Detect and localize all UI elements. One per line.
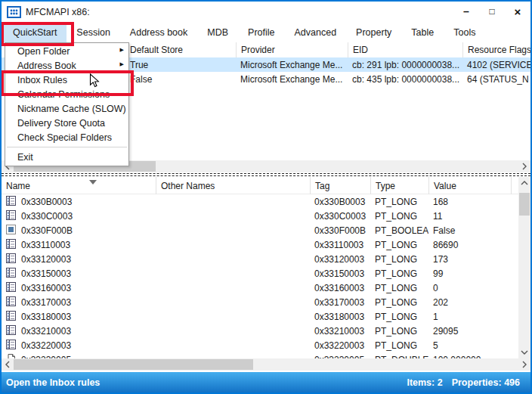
table-row[interactable]: 0x331500030x33150003PT_LONG99: [2, 266, 518, 281]
cell-tag: 0x33150003: [310, 266, 370, 281]
cell-other_names: [156, 223, 310, 237]
table-row[interactable]: 0x331600030x33160003PT_LONG0: [2, 281, 518, 295]
menu-item-address-book[interactable]: Address book: [120, 22, 197, 42]
cell-name: 0x33110003: [2, 237, 156, 252]
table-row[interactable]: 0x331200030x33120003PT_LONG173: [2, 252, 518, 266]
table-row[interactable]: 0x332200030x33220003PT_LONG5: [2, 338, 518, 352]
cell-type: PT_LONG: [370, 338, 428, 352]
column-header-provider[interactable]: Provider: [236, 42, 348, 57]
cell-type: PT_DOUBLE: [370, 352, 428, 358]
submenu-arrow-icon: ▶: [120, 47, 124, 53]
menu-item-label: Check Special Folders: [17, 132, 112, 143]
cell-tag: 0x33230005: [310, 352, 370, 358]
cell-provider: Microsoft Exchange Me...: [236, 72, 348, 86]
menu-item-tools[interactable]: Tools: [444, 22, 485, 42]
cell-value: 1: [428, 309, 512, 324]
menu-item-nickname-cache-slow[interactable]: Nickname Cache (SLOW): [5, 101, 128, 116]
properties-horizontal-scrollbar[interactable]: [2, 358, 530, 371]
column-header-type[interactable]: Type: [370, 177, 428, 194]
cell-default_store: False: [125, 72, 236, 86]
cell-eid: cb: 435 lpb: 0000000038...: [348, 72, 462, 86]
table-row[interactable]: 0x330F000B0x330F000BPT_BOOLEANFalse: [2, 223, 518, 237]
cell-value: 11: [428, 209, 512, 223]
cell-tag: 0x33160003: [310, 281, 370, 295]
close-button[interactable]: ×: [509, 4, 526, 19]
scroll-right-icon[interactable]: [518, 160, 530, 172]
menu-item-delivery-store-quota[interactable]: Delivery Store Quota: [5, 116, 128, 130]
maximize-button[interactable]: □: [484, 4, 500, 19]
cell-other_names: [156, 209, 310, 223]
cell-name: 0x33210003: [2, 324, 156, 338]
menu-item-label: Nickname Cache (SLOW): [17, 104, 126, 114]
cell-tag: 0x330F000B: [310, 223, 370, 237]
cell-name: 0x33220003: [2, 338, 156, 352]
table-row[interactable]: 0x332100030x33210003PT_LONG29095: [2, 324, 518, 338]
column-header-resource-flags[interactable]: Resource Flags: [462, 42, 530, 57]
cell-other_names: [156, 252, 310, 266]
cell-tag: 0x33110003: [310, 237, 370, 252]
submenu-arrow-icon: ▶: [120, 61, 124, 67]
cell-tag: 0x33120003: [310, 252, 370, 266]
cell-type: PT_LONG: [370, 295, 428, 309]
table-row[interactable]: 0x330B00030x330B0003PT_LONG168: [2, 194, 518, 209]
annotation-box-quickstart: [1, 22, 74, 46]
column-header-other-names[interactable]: Other Names: [156, 177, 310, 194]
table-row[interactable]: 0x331800030x33180003PT_LONG1: [2, 309, 518, 324]
annotation-box-inbox-rules: [1, 70, 134, 96]
menu-item-exit[interactable]: Exit: [5, 150, 128, 164]
cell-other_names: [156, 309, 310, 324]
cell-other_names: [156, 352, 310, 358]
cell-default_store: True: [125, 57, 236, 72]
properties-vertical-scrollbar[interactable]: [518, 177, 530, 358]
cell-name: 0x33160003: [2, 281, 156, 295]
scrollbar-thumb[interactable]: [519, 193, 530, 216]
cell-value: 99: [428, 266, 512, 281]
cell-value: 202: [428, 295, 512, 309]
menu-separator: [7, 147, 127, 147]
table-row[interactable]: 0x330C00030x330C0003PT_LONG11: [2, 209, 518, 223]
menu-item-mdb[interactable]: MDB: [197, 22, 238, 42]
pane-splitter[interactable]: [2, 173, 530, 176]
cell-value: 86690: [428, 237, 512, 252]
table-row[interactable]: 0x331700030x33170003PT_LONG202: [2, 295, 518, 309]
column-header-eid[interactable]: EID: [348, 42, 462, 57]
cell-name: 0x33230005: [2, 352, 156, 358]
menu-item-table[interactable]: Table: [401, 22, 444, 42]
status-message: Open the Inbox rules: [6, 377, 100, 388]
cell-tag: 0x330C0003: [310, 209, 370, 223]
cell-type: PT_LONG: [370, 237, 428, 252]
cell-type: PT_LONG: [370, 252, 428, 266]
column-header-tag[interactable]: Tag: [310, 177, 370, 194]
cell-name: 0x330B0003: [2, 194, 156, 209]
menu-item-label: Exit: [17, 152, 33, 163]
menu-item-session[interactable]: Session: [66, 22, 119, 42]
cell-value: 168: [428, 194, 512, 209]
menu-item-advanced[interactable]: Advanced: [285, 22, 347, 42]
cell-eid: cb: 291 lpb: 0000000038...: [348, 57, 462, 72]
cell-type: PT_LONG: [370, 209, 428, 223]
scroll-left-icon[interactable]: [2, 358, 14, 371]
table-row[interactable]: 0x331100030x33110003PT_LONG86690: [2, 237, 518, 252]
menu-item-profile[interactable]: Profile: [238, 22, 284, 42]
column-header-default-store[interactable]: Default Store: [125, 42, 236, 57]
menu-item-label: Address Book: [17, 60, 76, 71]
cell-other_names: [156, 266, 310, 281]
column-header-name[interactable]: Name: [2, 177, 156, 194]
scrollbar-thumb[interactable]: [14, 359, 253, 370]
minimize-button[interactable]: –: [458, 4, 475, 19]
cell-name: 0x330C0003: [2, 209, 156, 223]
cell-name: 0x33170003: [2, 295, 156, 309]
cell-type: PT_BOOLEAN: [370, 223, 428, 237]
scroll-down-icon[interactable]: [518, 346, 530, 358]
menu-item-property[interactable]: Property: [346, 22, 401, 42]
menu-item-check-special-folders[interactable]: Check Special Folders: [5, 130, 128, 144]
cell-tag: 0x33170003: [310, 295, 370, 309]
cell-tag: 0x33180003: [310, 309, 370, 324]
table-row[interactable]: 0x332300050x33230005PT_DOUBLE100.000000: [2, 352, 518, 358]
status-properties-count: Properties: 496: [452, 377, 520, 388]
scroll-up-icon[interactable]: [518, 177, 530, 189]
cell-value: 100.000000: [428, 352, 512, 358]
column-header-value[interactable]: Value: [428, 177, 512, 194]
scroll-right-icon[interactable]: [518, 358, 530, 371]
cell-name: 0x33150003: [2, 266, 156, 281]
